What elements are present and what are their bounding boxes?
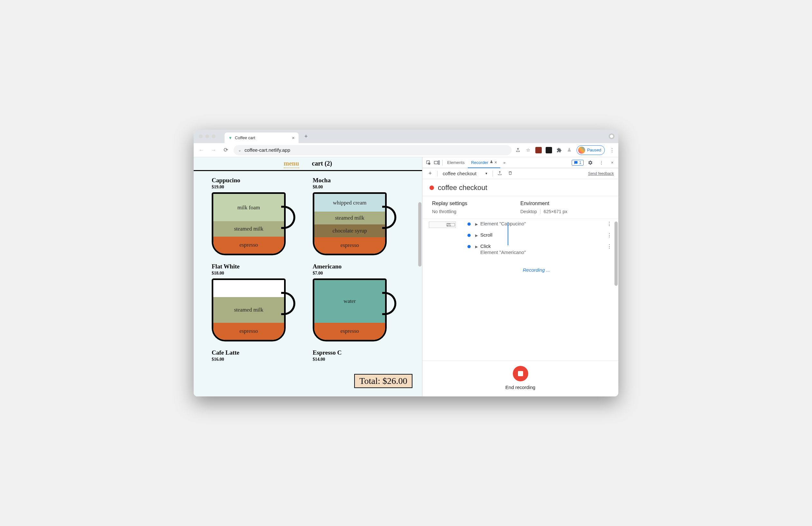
export-icon[interactable]: [497, 171, 503, 177]
url-bar-row: ← → ⟳ ⌄ coffee-cart.netlify.app ☆ Paused: [194, 143, 618, 157]
throttling-value[interactable]: No throttling: [432, 209, 521, 214]
expand-caret-icon[interactable]: ▶: [475, 245, 478, 249]
recording-indicator-icon: [430, 185, 434, 190]
new-tab-button[interactable]: +: [301, 133, 311, 140]
step-marker-icon: [467, 234, 471, 237]
cup: espressochocolate syrupsteamed milkwhipp…: [313, 192, 396, 257]
zoom-window-icon[interactable]: [212, 134, 216, 138]
url-input[interactable]: ⌄ coffee-cart.netlify.app: [234, 145, 511, 155]
product-price: $14.00: [313, 357, 404, 362]
settings-icon[interactable]: [586, 159, 595, 167]
product-name: Cafe Latte: [212, 349, 303, 356]
recording-status: Recording ...: [461, 267, 612, 273]
forward-button[interactable]: →: [209, 146, 218, 155]
cup-layer: milk foam: [213, 194, 284, 221]
profile-paused-pill[interactable]: Paused: [577, 145, 605, 155]
product-mocha[interactable]: Mocha$8.00espressochocolate syrupsteamed…: [313, 177, 404, 257]
new-recording-icon[interactable]: +: [427, 170, 433, 177]
step-row[interactable]: ▶ Click Element "Americano" ⋮: [467, 241, 612, 257]
product-grid: Cappucino$19.00espressosteamed milkmilk …: [194, 171, 422, 368]
close-tab-icon[interactable]: ×: [494, 160, 497, 165]
share-icon[interactable]: [515, 147, 521, 153]
total-badge[interactable]: Total: $26.00: [354, 374, 412, 388]
product-flat-white[interactable]: Flat White$18.00espressosteamed milk: [212, 263, 303, 343]
step-title: Click: [480, 243, 526, 249]
cup-layer: espresso: [314, 237, 385, 254]
tab-elements[interactable]: Elements: [444, 157, 468, 168]
nav-cart-link[interactable]: cart (2): [312, 160, 332, 168]
reload-button[interactable]: ⟳: [221, 146, 230, 155]
end-recording-section: End recording: [422, 360, 618, 396]
recording-title-row: coffee checkout: [422, 179, 618, 196]
labs-icon[interactable]: [566, 147, 572, 153]
cup-layer: espresso: [314, 323, 385, 340]
extensions-icon[interactable]: [556, 147, 562, 153]
product-name: Espresso C: [313, 349, 404, 356]
product-price: $18.00: [212, 271, 303, 276]
minimize-window-icon[interactable]: [205, 134, 209, 138]
cup-layer: steamed milk: [213, 297, 284, 323]
close-tab-icon[interactable]: ×: [292, 135, 295, 140]
nav-menu-link[interactable]: menu: [284, 160, 299, 168]
cup-layer: espresso: [213, 323, 284, 340]
cup-layer: chocolate syrup: [314, 224, 385, 237]
stop-recording-button[interactable]: [513, 366, 528, 381]
browser-menu-icon[interactable]: ⋮: [609, 147, 615, 153]
delete-icon[interactable]: [507, 171, 513, 177]
traffic-lights: [199, 134, 216, 138]
environment-label: Environment: [521, 201, 609, 207]
close-devtools-icon[interactable]: ×: [608, 159, 617, 167]
cup: espressowater: [313, 279, 396, 343]
stop-icon: [518, 371, 523, 376]
cup-layer: steamed milk: [314, 212, 385, 224]
device-toolbar-icon[interactable]: [433, 159, 441, 167]
more-tabs-icon[interactable]: »: [500, 159, 509, 167]
product-price: $8.00: [313, 184, 404, 190]
step-menu-icon[interactable]: ⋮: [607, 221, 612, 227]
product-price: $19.00: [212, 184, 303, 190]
site-info-icon[interactable]: ⌄: [238, 148, 241, 152]
recording-dropdown[interactable]: coffee checkout ▾: [441, 170, 489, 177]
messages-badge[interactable]: 1: [572, 160, 584, 166]
extension-icon-1[interactable]: [535, 147, 542, 153]
env-device[interactable]: Desktop: [521, 209, 537, 214]
chevron-down-icon: ▾: [485, 171, 488, 176]
product-cafe-latte[interactable]: Cafe Latte$16.00: [212, 349, 303, 362]
recording-title: coffee checkout: [438, 184, 488, 192]
step-menu-icon[interactable]: ⋮: [607, 232, 612, 238]
close-window-icon[interactable]: [199, 134, 203, 138]
product-cappucino[interactable]: Cappucino$19.00espressosteamed milkmilk …: [212, 177, 303, 257]
product-americano[interactable]: Americano$7.00espressowater: [313, 263, 404, 343]
cup-layer: steamed milk: [213, 221, 284, 236]
page-viewport: menu cart (2) Cappucino$19.00espressoste…: [194, 157, 422, 396]
step-row[interactable]: ▶ Scroll ⋮: [467, 229, 612, 241]
cup-layer: [213, 280, 284, 297]
toolbar-icons: ☆ Paused ⋮: [515, 145, 615, 155]
step-menu-icon[interactable]: ⋮: [607, 243, 612, 250]
cup-layer: whipped cream: [314, 194, 385, 212]
browser-tab[interactable]: ▼ Coffee cart ×: [224, 133, 299, 143]
step-title: Scroll: [480, 232, 493, 238]
expand-caret-icon[interactable]: ▶: [475, 234, 478, 238]
back-button[interactable]: ←: [197, 146, 206, 155]
expand-caret-icon[interactable]: ▶: [475, 222, 478, 226]
extension-icon-2[interactable]: [546, 147, 552, 153]
bookmark-icon[interactable]: ☆: [525, 147, 532, 153]
cup: espressosteamed milk: [212, 279, 295, 343]
product-price: $7.00: [313, 271, 404, 276]
devtools-menu-icon[interactable]: ⋮: [597, 159, 606, 167]
tab-recorder[interactable]: Recorder ×: [468, 157, 500, 168]
devtools-scrollbar[interactable]: [614, 222, 618, 286]
send-feedback-link[interactable]: Send feedback: [588, 171, 614, 176]
product-espresso-c[interactable]: Espresso C$14.00: [313, 349, 404, 362]
step-row[interactable]: ▶ Element "Cappucino" ⋮: [467, 219, 612, 229]
step-marker-icon: [467, 245, 471, 248]
url-text: coffee-cart.netlify.app: [245, 147, 290, 153]
page-scrollbar[interactable]: [418, 173, 421, 334]
inspect-element-icon[interactable]: [424, 159, 433, 167]
flask-icon: [490, 160, 493, 165]
replay-settings-label: Replay settings: [432, 201, 521, 207]
devtools-tabrow: Elements Recorder × » 1: [422, 157, 618, 168]
env-size[interactable]: 625×671 px: [544, 209, 567, 214]
step-subtitle: Element "Americano": [480, 250, 526, 255]
